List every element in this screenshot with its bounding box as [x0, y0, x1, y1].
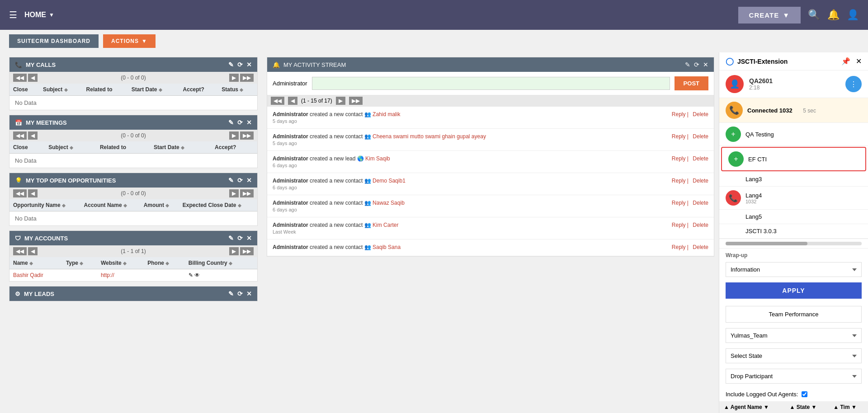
meetings-first-page[interactable]: ◀◀ — [13, 131, 27, 140]
acc-refresh-icon[interactable]: ⟳ — [237, 235, 243, 242]
apply-button[interactable]: APPLY — [726, 282, 862, 299]
activity-next-page[interactable]: ▶ — [336, 97, 345, 105]
opp-last-page[interactable]: ▶▶ — [240, 189, 254, 197]
scrollbar-thumb[interactable] — [726, 242, 807, 245]
calls-last-page[interactable]: ▶▶ — [240, 74, 254, 82]
meetings-refresh-icon[interactable]: ⟳ — [237, 119, 243, 126]
delete-link-2[interactable]: Delete — [693, 133, 708, 140]
opp-first-page[interactable]: ◀◀ — [13, 189, 27, 197]
reply-link-5[interactable]: Reply — [672, 200, 686, 206]
close-icon[interactable]: ✕ — [246, 61, 252, 68]
ef-cti-button[interactable]: + — [728, 151, 744, 167]
contact-link-5[interactable]: Nawaz Saqib — [373, 200, 405, 206]
lang4-button[interactable]: 📞 — [726, 190, 741, 206]
contact-link-2[interactable]: Cheena swami mutto swami ghain gupal aye… — [373, 133, 486, 140]
create-button[interactable]: CREATE ▼ — [738, 7, 801, 23]
acc-col-name: Name ◆ — [9, 257, 62, 269]
delete-link-3[interactable]: Delete — [693, 155, 708, 162]
qa-testing-label: QA Testing — [745, 131, 862, 138]
scrollbar-section[interactable] — [719, 239, 868, 249]
refresh-icon[interactable]: ⟳ — [237, 61, 243, 68]
contact-link-4[interactable]: Demo Saqib1 — [373, 178, 406, 184]
home-button[interactable]: HOME ▼ — [24, 11, 54, 19]
jscti-close-icon[interactable]: ✕ — [856, 57, 862, 66]
calls-next-page[interactable]: ▶ — [229, 74, 239, 82]
opp-next-page[interactable]: ▶ — [229, 189, 239, 197]
dashboard-button[interactable]: SUITECRM DASHBOARD — [9, 34, 99, 48]
account-edit-icon[interactable]: ✎ — [189, 272, 193, 278]
accounts-table: Name ◆ Type ◆ Website ◆ Phone ◆ Billing … — [9, 257, 257, 281]
activity-prev-page[interactable]: ◀ — [288, 97, 297, 105]
team-select[interactable]: Yulmas_Team — [726, 328, 862, 343]
activity-last-page[interactable]: ▶▶ — [349, 97, 363, 105]
opp-close-icon[interactable]: ✕ — [246, 177, 252, 184]
edit-icon[interactable]: ✎ — [228, 61, 234, 68]
wrapup-select[interactable]: Information — [726, 262, 862, 277]
reply-link-3[interactable]: Reply — [672, 155, 686, 162]
user-icon[interactable]: 👤 — [847, 9, 859, 21]
activity-close-icon[interactable]: ✕ — [703, 61, 708, 68]
logged-out-checkbox[interactable] — [802, 391, 807, 397]
contact-link-1[interactable]: Zahid malik — [373, 111, 400, 117]
activity-refresh-icon[interactable]: ⟳ — [694, 61, 699, 68]
delete-link-5[interactable]: Delete — [693, 200, 708, 206]
delete-link-4[interactable]: Delete — [693, 178, 708, 184]
meetings-edit-icon[interactable]: ✎ — [228, 119, 234, 126]
meetings-last-page[interactable]: ▶▶ — [240, 131, 254, 140]
activity-first-page[interactable]: ◀◀ — [271, 97, 284, 105]
activity-input[interactable] — [312, 77, 670, 90]
leads-close-icon[interactable]: ✕ — [246, 290, 252, 297]
phone-connected-button[interactable]: 📞 — [726, 102, 743, 119]
acc-close-icon[interactable]: ✕ — [246, 235, 252, 242]
contact-link-7[interactable]: Saqib Sana — [373, 244, 401, 250]
state-select[interactable]: Select State — [726, 348, 862, 363]
list-item: Reply | Delete Administrator created a n… — [267, 151, 714, 173]
calls-col-accept: Accept? — [179, 84, 218, 96]
calls-prev-page[interactable]: ◀ — [28, 74, 38, 82]
acc-edit-icon[interactable]: ✎ — [228, 235, 234, 242]
post-button[interactable]: POST — [675, 76, 708, 90]
meetings-col-startdate: Start Date ◆ — [150, 141, 211, 154]
acc-first-page[interactable]: ◀◀ — [13, 247, 27, 255]
delete-link-1[interactable]: Delete — [693, 111, 708, 117]
grid-button[interactable]: ⋮ — [845, 76, 862, 92]
scrollbar-track[interactable] — [726, 242, 862, 245]
team-performance-button[interactable]: Team Performance — [726, 306, 862, 323]
meetings-prev-page[interactable]: ◀ — [28, 131, 38, 140]
my-meetings-panel: 📅 MY MEETINGS ✎ ⟳ ✕ ◀◀ ◀ (0 - 0 of 0) ▶ … — [9, 115, 258, 168]
calls-col-subject: Subject ◆ — [39, 84, 83, 96]
hamburger-menu[interactable]: ☰ — [9, 9, 17, 20]
account-view-icon[interactable]: 👁 — [194, 272, 200, 278]
acc-prev-page[interactable]: ◀ — [28, 247, 38, 255]
meetings-next-page[interactable]: ▶ — [229, 131, 239, 140]
reply-link-2[interactable]: Reply — [672, 133, 686, 140]
participant-select[interactable]: Drop Participant — [726, 369, 862, 384]
search-icon[interactable]: 🔍 — [808, 9, 820, 21]
leads-refresh-icon[interactable]: ⟳ — [237, 290, 243, 297]
delete-link-7[interactable]: Delete — [693, 244, 708, 250]
leads-edit-icon[interactable]: ✎ — [228, 290, 234, 297]
qa-testing-button[interactable]: + — [726, 127, 741, 142]
opp-edit-icon[interactable]: ✎ — [228, 177, 234, 184]
account-name-link[interactable]: Bashir Qadir — [13, 272, 43, 278]
opp-refresh-icon[interactable]: ⟳ — [237, 177, 243, 184]
opp-prev-page[interactable]: ◀ — [28, 189, 38, 197]
meetings-close-icon[interactable]: ✕ — [246, 119, 252, 126]
pin-icon[interactable]: 📌 — [841, 57, 850, 66]
actions-button[interactable]: ACTIONS ▼ — [103, 34, 156, 48]
delete-link-6[interactable]: Delete — [693, 222, 708, 228]
meetings-no-data: No Data — [9, 154, 257, 168]
acc-last-page[interactable]: ▶▶ — [240, 247, 254, 255]
account-website-link[interactable]: http:// — [101, 272, 114, 278]
activity-edit-icon[interactable]: ✎ — [685, 61, 690, 68]
reply-link-4[interactable]: Reply — [672, 178, 686, 184]
calls-first-page[interactable]: ◀◀ — [13, 74, 27, 82]
ef-cti-item: + EF CTI — [721, 147, 866, 171]
lead-link-3[interactable]: Kim Saqib — [365, 155, 390, 162]
acc-next-page[interactable]: ▶ — [229, 247, 239, 255]
contact-link-6[interactable]: Kim Carter — [373, 222, 398, 228]
reply-link-7[interactable]: Reply — [672, 244, 686, 250]
reply-link-6[interactable]: Reply — [672, 222, 686, 228]
notifications-icon[interactable]: 🔔 — [827, 9, 840, 21]
reply-link-1[interactable]: Reply — [672, 111, 686, 117]
